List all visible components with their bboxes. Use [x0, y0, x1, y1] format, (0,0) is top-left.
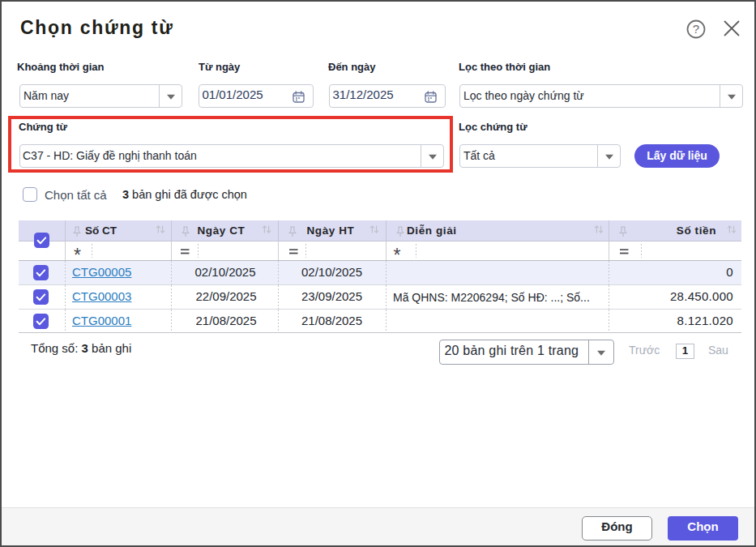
svg-text:?: ?	[693, 22, 699, 36]
